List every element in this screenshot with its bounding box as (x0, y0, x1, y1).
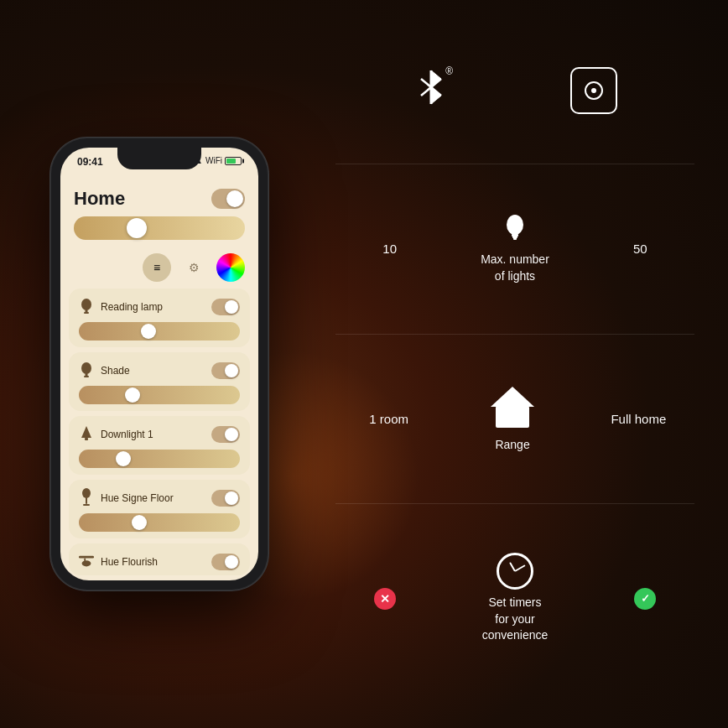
max-lights-max-value: 50 (615, 242, 665, 256)
house-icon-container (487, 383, 538, 432)
max-lights-center: Max. number of lights (473, 213, 557, 284)
phone-screen: 09:41 ▲ WiFi Home (60, 148, 258, 580)
clock-icon (497, 553, 533, 590)
flourish-icon (79, 552, 94, 572)
svg-marker-6 (81, 426, 91, 438)
max-lights-bulb-icon (505, 213, 525, 247)
timers-yes-badge: ✓ (634, 588, 656, 610)
flourish-name: Hue Flourish (101, 556, 158, 568)
range-right-value: Full home (611, 412, 666, 426)
light-item-left: Downlight 1 (79, 424, 153, 445)
svg-point-0 (81, 299, 91, 310)
light-item-left: Hue Flourish (79, 552, 158, 572)
light-item-left: Reading lamp (79, 297, 163, 317)
home-toggle[interactable] (211, 189, 245, 209)
light-item: Downlight 1 (69, 416, 250, 475)
divider-3 (335, 503, 694, 504)
reading-lamp-thumb (141, 324, 156, 339)
tab-color-icon[interactable] (216, 253, 245, 282)
svg-rect-7 (85, 438, 88, 440)
status-time: 09:41 (77, 156, 103, 168)
light-item: Reading lamp (69, 289, 250, 347)
signe-name: Hue Signe Floor (101, 492, 174, 504)
shade-brightness[interactable] (79, 386, 240, 404)
downlight-icon (79, 424, 94, 445)
tab-row: ≡ ⚙ (60, 250, 258, 289)
timers-center: Set timers for your convenience (473, 553, 557, 644)
shade-toggle[interactable] (211, 362, 240, 379)
shade-name: Shade (101, 365, 130, 377)
reading-lamp-brightness[interactable] (79, 322, 240, 341)
light-item-row: Hue Signe Floor (79, 488, 240, 508)
phone-mockup: 09:41 ▲ WiFi Home (50, 138, 268, 590)
range-left-value: 1 room (364, 412, 414, 426)
app-title: Home (74, 188, 125, 210)
signe-brightness[interactable] (79, 513, 240, 532)
shade-icon (79, 361, 94, 381)
top-icons: ® (335, 67, 694, 114)
signe-icon (79, 488, 94, 508)
light-item-row: Shade (79, 361, 240, 381)
svg-rect-22 (496, 406, 529, 428)
timers-row: ✕ Set timers for your convenience ✓ (335, 553, 694, 644)
features-section: ® 10 Max. number of li (319, 0, 728, 728)
svg-rect-20 (513, 237, 517, 240)
battery-fill (226, 159, 236, 164)
downlight-brightness[interactable] (79, 450, 240, 468)
tab-list-icon[interactable]: ≡ (143, 253, 171, 282)
svg-marker-21 (491, 387, 534, 407)
max-lights-min-value: 10 (365, 242, 415, 256)
clock-minute-hand (515, 564, 526, 572)
status-bar: 09:41 ▲ WiFi (60, 148, 258, 185)
svg-rect-11 (79, 556, 94, 559)
signal-icon: ▲ (195, 156, 203, 165)
downlight-toggle[interactable] (211, 426, 240, 443)
range-center: Range (471, 383, 554, 454)
divider-1 (335, 164, 694, 164)
max-lights-label: Max. number of lights (481, 252, 549, 284)
downlight-thumb (116, 451, 131, 466)
main-content: 09:41 ▲ WiFi Home (0, 0, 728, 728)
svg-point-17 (507, 215, 523, 235)
range-row: 1 room Range Full home (335, 383, 694, 454)
bluetooth-icon (413, 67, 450, 114)
light-item-row: Downlight 1 (79, 424, 240, 445)
battery-icon (225, 157, 242, 165)
house-icon (487, 383, 538, 429)
divider-2 (335, 334, 694, 335)
brightness-thumb (127, 218, 147, 238)
svg-point-8 (82, 488, 91, 498)
bridge-icon (570, 67, 617, 114)
svg-rect-2 (84, 312, 89, 314)
light-item-left: Shade (79, 361, 130, 381)
brightness-bar-container (60, 216, 258, 250)
svg-point-13 (82, 560, 91, 566)
phone-section: 09:41 ▲ WiFi Home (0, 0, 319, 728)
app-header: Home (60, 185, 258, 216)
bridge-dot (591, 88, 596, 93)
svg-point-3 (81, 362, 91, 374)
status-icons: ▲ WiFi (195, 156, 242, 165)
bluetooth-feature: ® (413, 67, 450, 114)
wifi-icon: WiFi (205, 156, 222, 165)
reading-lamp-toggle[interactable] (211, 299, 240, 315)
svg-rect-5 (84, 376, 89, 377)
light-item: Shade (69, 352, 250, 411)
light-item-row: Reading lamp (79, 297, 240, 317)
light-item-row: Hue Flourish (79, 552, 240, 572)
light-item-left: Hue Signe Floor (79, 488, 174, 508)
flourish-toggle[interactable] (211, 554, 240, 570)
timers-no-badge: ✕ (374, 588, 396, 610)
downlight-name: Downlight 1 (101, 429, 153, 440)
signe-toggle[interactable] (211, 490, 240, 507)
bluetooth-registered: ® (445, 65, 453, 77)
range-label: Range (495, 437, 529, 454)
tab-settings-icon[interactable]: ⚙ (179, 253, 208, 282)
svg-rect-10 (83, 504, 90, 506)
svg-rect-9 (86, 497, 87, 504)
brightness-track[interactable] (74, 216, 245, 240)
timers-label: Set timers for your convenience (482, 595, 549, 644)
light-item: Hue Signe Floor (69, 480, 250, 538)
max-lights-row: 10 Max. number of lights 50 (335, 213, 694, 284)
light-items-list: Reading lamp (60, 289, 258, 580)
